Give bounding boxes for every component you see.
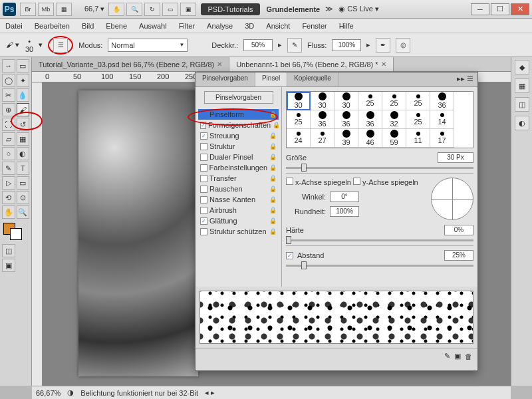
adjustments-panel-icon[interactable]: ◐ [515, 116, 529, 130]
brush-option-item[interactable]: Nasse Kanten🔒 [198, 194, 279, 205]
3d-rotate-tool[interactable]: ⟲ [2, 191, 15, 204]
lock-icon[interactable]: 🔒 [269, 207, 277, 213]
option-checkbox[interactable]: ✓ [200, 132, 207, 140]
gradient-tool[interactable]: ▦ [17, 132, 30, 146]
brush-option-item[interactable]: Airbrush🔒 [198, 205, 279, 215]
lock-icon[interactable]: 🔒 [269, 111, 277, 118]
menu-bild[interactable]: Bild [82, 22, 94, 30]
crop-tool[interactable]: ✂ [2, 88, 15, 102]
cslive-button[interactable]: ◉ CS Live ▾ [338, 5, 379, 13]
brush-tip-cell[interactable]: 30 [334, 92, 358, 110]
rotate-view-button[interactable]: ↻ [144, 3, 160, 16]
minibridge-button[interactable]: Mb [38, 3, 54, 16]
lasso-tool[interactable]: ◯ [2, 74, 15, 87]
brush-option-item[interactable]: Rauschen🔒 [198, 184, 279, 194]
menu-3d[interactable]: 3D [245, 22, 254, 30]
spacing-checkbox[interactable]: ✓ [286, 252, 293, 259]
brush-tip-cell[interactable]: 36 [311, 110, 334, 129]
hardness-slider[interactable] [286, 239, 473, 241]
brush-tip-cell[interactable]: 24 [287, 129, 311, 148]
lock-icon[interactable]: 🔒 [269, 132, 277, 139]
menu-analyse[interactable]: Analyse [207, 22, 233, 30]
panel-tab-clonesource[interactable]: Kopierquelle [287, 72, 338, 86]
styles-panel-icon[interactable]: ◫ [515, 97, 529, 112]
bridge-button[interactable]: Br [20, 3, 36, 16]
brush-tool[interactable]: 🖌 [17, 103, 30, 116]
menu-ansicht[interactable]: Ansicht [266, 22, 290, 30]
brush-option-item[interactable]: Struktur🔒 [198, 141, 279, 152]
lock-icon[interactable]: 🔒 [269, 154, 277, 160]
option-checkbox[interactable]: ✓ [200, 122, 206, 129]
history-brush-tool[interactable]: ↺ [17, 118, 30, 131]
brush-tip-cell[interactable]: 36 [358, 110, 382, 129]
option-checkbox[interactable] [200, 154, 207, 161]
menu-ebene[interactable]: Ebene [106, 22, 127, 30]
brush-tip-cell[interactable]: 30 [287, 92, 311, 110]
clone-stamp-tool[interactable]: ⛶ [2, 118, 15, 131]
brush-panel-toggle-button[interactable]: ☰ [53, 38, 68, 53]
brush-option-item[interactable]: Struktur schützen🔒 [198, 226, 279, 237]
arrange-docs-button[interactable]: ▭ [162, 3, 178, 16]
panel-tab-brush[interactable]: Pinsel [255, 72, 287, 86]
move-tool[interactable]: ↔ [2, 59, 15, 72]
swatches-panel-icon[interactable]: ▦ [515, 78, 529, 93]
option-checkbox[interactable] [200, 228, 207, 235]
brush-tip-cell[interactable]: 25 [287, 110, 311, 129]
type-tool[interactable]: T [17, 162, 30, 175]
brush-tip-cell[interactable]: 36 [430, 92, 454, 110]
brush-tip-grid[interactable]: 3030302525253625363636322514242739465911… [286, 91, 473, 148]
magic-wand-tool[interactable]: ✦ [17, 74, 30, 87]
opacity-input[interactable]: 50% [243, 39, 273, 51]
brush-tip-cell[interactable]: 14 [430, 110, 454, 129]
blend-mode-select[interactable]: Normal▼ [108, 39, 188, 52]
workspace-switcher[interactable]: PSD-Tutorials [201, 3, 259, 15]
menu-filter[interactable]: Filter [179, 22, 195, 30]
option-checkbox[interactable] [200, 164, 207, 172]
brush-option-item[interactable]: Farbeinstellungen🔒 [198, 162, 279, 173]
brush-tip-cell[interactable]: 25 [358, 92, 382, 110]
flip-y-checkbox[interactable] [353, 178, 360, 185]
menu-hilfe[interactable]: Hilfe [339, 22, 354, 30]
trash-icon[interactable]: 🗑 [465, 352, 472, 360]
3d-orbit-tool[interactable]: ⊙ [17, 191, 30, 204]
lock-icon[interactable]: 🔒 [269, 196, 277, 203]
color-panel-icon[interactable]: ◆ [515, 60, 529, 74]
lock-icon[interactable]: 🔒 [269, 175, 277, 182]
hardness-input[interactable]: 0% [444, 225, 473, 235]
canvas[interactable] [78, 90, 198, 376]
brush-tip-cell[interactable]: 27 [311, 129, 334, 148]
brush-tip-cell[interactable]: 59 [382, 129, 406, 148]
window-close-button[interactable]: ✕ [511, 3, 529, 15]
status-zoom[interactable]: 66,67% [36, 389, 61, 397]
brush-tip-cell[interactable]: 39 [334, 129, 358, 148]
option-checkbox[interactable]: ✓ [200, 217, 207, 225]
lock-icon[interactable]: 🔒 [269, 143, 277, 150]
brush-size-preview[interactable]: •30 [25, 37, 33, 53]
pen-tool[interactable]: ✎ [2, 162, 15, 175]
spot-healing-tool[interactable]: ⊕ [2, 103, 15, 116]
brush-option-item[interactable]: Dualer Pinsel🔒 [198, 152, 279, 162]
spacing-slider[interactable] [286, 265, 473, 267]
quickmask-button[interactable]: ◫ [2, 244, 15, 257]
flip-x-checkbox[interactable] [286, 178, 293, 185]
zoom-level[interactable]: 66,7 ▾ [84, 5, 104, 13]
size-input[interactable]: 30 Px [438, 152, 473, 163]
brush-tip-cell[interactable]: 32 [382, 110, 406, 129]
document-tab[interactable]: Unbenannt-1 bei 66,7% (Ebene 2, RGB/8) *… [229, 57, 393, 71]
hand-tool[interactable]: ✋ [2, 205, 15, 219]
menu-bearbeiten[interactable]: Bearbeiten [35, 22, 70, 30]
roundness-input[interactable]: 100% [330, 206, 359, 217]
angle-diagram[interactable] [431, 178, 473, 220]
brush-tip-cell[interactable]: 46 [358, 129, 382, 148]
shape-tool[interactable]: ▭ [17, 176, 30, 190]
window-minimize-button[interactable]: ─ [471, 3, 489, 15]
eraser-tool[interactable]: ▱ [2, 132, 15, 146]
brush-tip-cell[interactable]: 30 [311, 92, 334, 110]
close-tab-icon[interactable]: ✕ [217, 61, 222, 68]
flow-input[interactable]: 100% [332, 39, 361, 51]
screen-mode-button[interactable]: ▣ [180, 3, 196, 16]
option-checkbox[interactable] [200, 175, 207, 182]
size-slider[interactable] [286, 167, 473, 169]
lock-icon[interactable]: 🔒 [273, 122, 280, 128]
menu-auswahl[interactable]: Auswahl [139, 22, 167, 30]
